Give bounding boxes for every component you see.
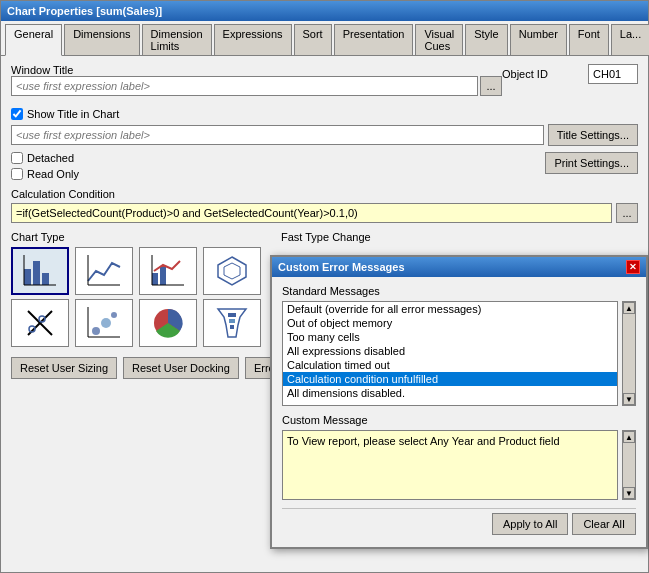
listitem-dimensions-disabled[interactable]: All dimensions disabled.: [283, 386, 617, 400]
listitem-too-many-cells[interactable]: Too many cells: [283, 330, 617, 344]
listitem-expressions-disabled[interactable]: All expressions disabled: [283, 344, 617, 358]
custom-message-label: Custom Message: [282, 414, 636, 426]
dialog-overlay: Custom Error Messages ✕ Standard Message…: [0, 0, 649, 573]
clear-all-btn[interactable]: Clear AlI: [572, 513, 636, 535]
dialog-titlebar: Custom Error Messages ✕: [272, 257, 646, 277]
textarea-scroll-down[interactable]: ▼: [623, 487, 635, 499]
custom-message-textarea[interactable]: To View report, please select Any Year a…: [282, 430, 618, 500]
listitem-default[interactable]: Default (override for all error messages…: [283, 302, 617, 316]
dialog-content: Standard Messages Default (override for …: [272, 277, 646, 547]
standard-messages-label: Standard Messages: [282, 285, 636, 297]
dialog-close-btn[interactable]: ✕: [626, 260, 640, 274]
standard-messages-listbox[interactable]: Default (override for all error messages…: [282, 301, 618, 406]
listbox-container: Default (override for all error messages…: [282, 301, 636, 406]
listitem-calc-condition[interactable]: Calculation condition unfulfilled: [283, 372, 617, 386]
dialog-title: Custom Error Messages: [278, 261, 405, 273]
custom-message-area: To View report, please select Any Year a…: [282, 430, 636, 500]
textarea-scrollbar[interactable]: ▲ ▼: [622, 430, 636, 500]
listitem-calc-timed-out[interactable]: Calculation timed out: [283, 358, 617, 372]
listbox-scrollbar[interactable]: ▲ ▼: [622, 301, 636, 406]
apply-to-all-btn[interactable]: Apply to All: [492, 513, 568, 535]
scroll-down-btn[interactable]: ▼: [623, 393, 635, 405]
scroll-up-btn[interactable]: ▲: [623, 302, 635, 314]
textarea-scroll-up[interactable]: ▲: [623, 431, 635, 443]
dialog-buttons: Apply to All Clear AlI: [282, 508, 636, 539]
listitem-out-of-memory[interactable]: Out of object memory: [283, 316, 617, 330]
custom-error-dialog: Custom Error Messages ✕ Standard Message…: [270, 255, 648, 549]
